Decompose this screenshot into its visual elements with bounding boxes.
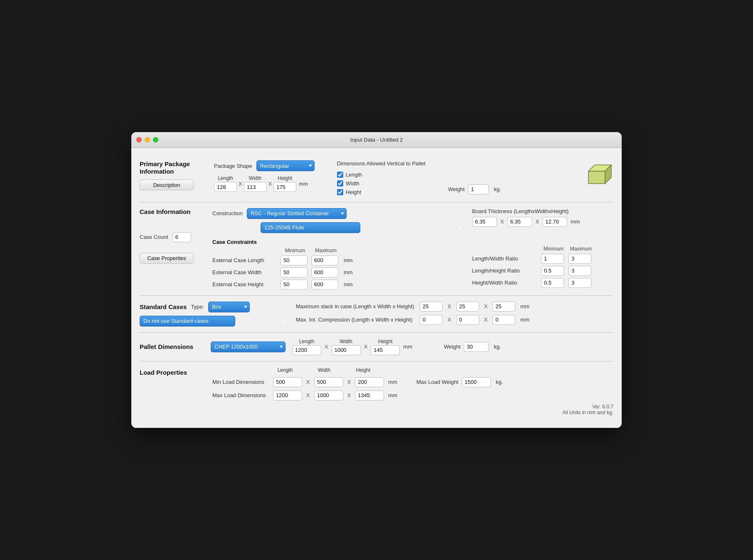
constraints-area: Case Constraints Minimum Maximum Externa… — [212, 239, 464, 290]
ext-height-min-input[interactable]: 50 — [281, 280, 308, 290]
case-information-section: Case Information Case Count 6 Case Prope… — [140, 202, 613, 296]
version-label: Ver. 6.0.7 — [592, 404, 613, 410]
standard-cases-left: Standard Cases Type: Box Do not use Stan… — [140, 302, 289, 327]
max-load-w[interactable]: 1000 — [314, 391, 343, 400]
max-int-label: Max. Int. Compression (Length x Width x … — [296, 317, 416, 323]
load-title: Load Properties — [140, 367, 204, 376]
titlebar: Input Data - Untitled 2 — [131, 132, 622, 148]
pallet-height-input[interactable]: 145 — [371, 345, 400, 355]
weight-input[interactable]: 1 — [468, 184, 489, 194]
standard-cases-option-wrapper: Do not use Standard cases — [140, 316, 289, 327]
board-l-input[interactable]: 6.35 — [472, 217, 497, 227]
load-x-3: X — [306, 392, 310, 398]
minimize-button[interactable] — [145, 137, 150, 142]
case-properties-group: Case Properties — [140, 253, 204, 264]
pallet-width-input[interactable]: 1000 — [332, 345, 361, 355]
standard-cases-type-row: Standard Cases Type: Box — [140, 302, 289, 312]
ext-width-min-input[interactable]: 50 — [281, 268, 308, 278]
lh-min-input[interactable]: 0.5 — [541, 266, 564, 276]
window-title: Input Data - Untitled 2 — [350, 137, 403, 143]
lw-min-input[interactable]: 1 — [541, 254, 564, 264]
width-checkbox-row: Width — [337, 180, 359, 187]
constraints-grid: Minimum Maximum External Case Length 50 … — [212, 248, 464, 290]
max-int-w[interactable]: 0 — [456, 315, 479, 325]
x-sep-1: X — [239, 181, 242, 187]
length-checkbox[interactable] — [337, 172, 343, 178]
type-select[interactable]: Box — [208, 302, 250, 312]
case-count-row: Case Count 6 — [140, 232, 204, 242]
max-load-l[interactable]: 1200 — [273, 391, 302, 400]
length-input[interactable]: 128 — [214, 182, 237, 192]
hw-max-input[interactable]: 3 — [568, 278, 591, 288]
close-button[interactable] — [136, 137, 142, 142]
board-unit: mm — [571, 219, 580, 225]
width-checkbox[interactable] — [337, 180, 343, 187]
load-x-2: X — [347, 379, 351, 385]
pallet-length-input[interactable]: 1200 — [292, 345, 321, 355]
max-int-h[interactable]: 0 — [492, 315, 515, 325]
board-h-input[interactable]: 12.70 — [542, 217, 567, 227]
min-load-w[interactable]: 500 — [314, 377, 343, 387]
pallet-width-label: Width — [340, 339, 352, 344]
weight-label: Weight — [448, 186, 465, 192]
max-slack-row: Maximum slack in case (Length x Width x … — [296, 302, 613, 312]
description-button[interactable]: Description — [140, 179, 194, 190]
pallet-weight-input[interactable]: 30 — [464, 342, 489, 352]
max-load-weight-group: Max Load Weight 1500 kg. — [416, 377, 503, 387]
version-footer: Ver. 6.0.7 All Units in mm and kg. — [140, 404, 613, 415]
max-load-label: Max Load Dimensions — [212, 392, 271, 398]
min-load-l[interactable]: 500 — [273, 377, 302, 387]
pallet-select[interactable]: CHEP 1200x1000 — [211, 341, 285, 352]
flute-wrapper: 125-250#B Flute — [261, 222, 464, 233]
width-input[interactable]: 113 — [244, 182, 267, 192]
weight-unit: kg. — [494, 186, 501, 192]
max-slack-label: Maximum slack in case (Length x Width x … — [296, 303, 416, 309]
min-load-h[interactable]: 200 — [355, 377, 384, 387]
load-header: Length Width Height — [271, 367, 503, 374]
pallet-select-wrapper: CHEP 1200x1000 — [211, 341, 285, 352]
board-x-1: X — [500, 219, 504, 225]
ext-length-max-input[interactable]: 600 — [311, 255, 338, 265]
standard-cases-option-select[interactable]: Do not use Standard cases — [140, 316, 235, 327]
ext-length-min-input[interactable]: 50 — [281, 255, 308, 265]
pallet-weight-unit: kg. — [494, 344, 501, 350]
max-int-l[interactable]: 0 — [420, 315, 443, 325]
box-3d-icon — [580, 161, 613, 195]
max-int-row: Max. Int. Compression (Length x Width x … — [296, 315, 613, 325]
ratio-min-header: Minimum — [541, 246, 566, 252]
flute-select[interactable]: 125-250#B Flute — [261, 222, 360, 233]
max-slack-l[interactable]: 25 — [420, 302, 443, 312]
int-x-1: X — [448, 317, 451, 323]
int-unit: mm — [520, 317, 529, 323]
height-col-label: Height — [278, 175, 293, 181]
ext-width-max-input[interactable]: 600 — [311, 268, 338, 278]
maximize-button[interactable] — [153, 137, 158, 142]
board-w-input[interactable]: 6.35 — [507, 217, 532, 227]
lh-max-input[interactable]: 3 — [568, 266, 591, 276]
max-slack-h[interactable]: 25 — [492, 302, 515, 312]
pallet-dimensions-section: Pallet Dimensions CHEP 1200x1000 Length … — [140, 333, 613, 361]
height-checkbox-label: Height — [346, 189, 362, 195]
weight-group: Weight 1 kg. — [448, 184, 501, 196]
package-shape-label: Package Shape — [214, 163, 252, 169]
board-thickness-group: Board Thickness (LengthxWidthxHeight) 6.… — [472, 208, 613, 227]
load-unit-1: mm — [388, 379, 397, 385]
lw-max-input[interactable]: 3 — [568, 254, 591, 264]
max-load-weight-input[interactable]: 1500 — [462, 377, 491, 387]
int-x-2: X — [484, 317, 488, 323]
ext-height-max-input[interactable]: 600 — [311, 280, 338, 290]
pallet-height-label: Height — [378, 339, 393, 344]
height-input[interactable]: 175 — [273, 182, 296, 192]
slack-x-1: X — [448, 303, 451, 309]
height-checkbox[interactable] — [337, 189, 343, 195]
load-height-header: Height — [349, 367, 378, 373]
dimensions-allowed-label: Dimensions Allowed Vertical to Pallet — [337, 160, 426, 167]
case-properties-button[interactable]: Case Properties — [140, 253, 194, 264]
max-slack-w[interactable]: 25 — [456, 302, 479, 312]
package-shape-select[interactable]: Rectangular — [256, 160, 315, 171]
load-width-header: Width — [310, 367, 339, 373]
hw-min-input[interactable]: 0.5 — [541, 278, 564, 288]
case-count-input[interactable]: 6 — [172, 232, 191, 242]
construction-select[interactable]: RSC - Regular Slotted Container — [247, 208, 347, 219]
max-load-h[interactable]: 1345 — [355, 391, 384, 400]
